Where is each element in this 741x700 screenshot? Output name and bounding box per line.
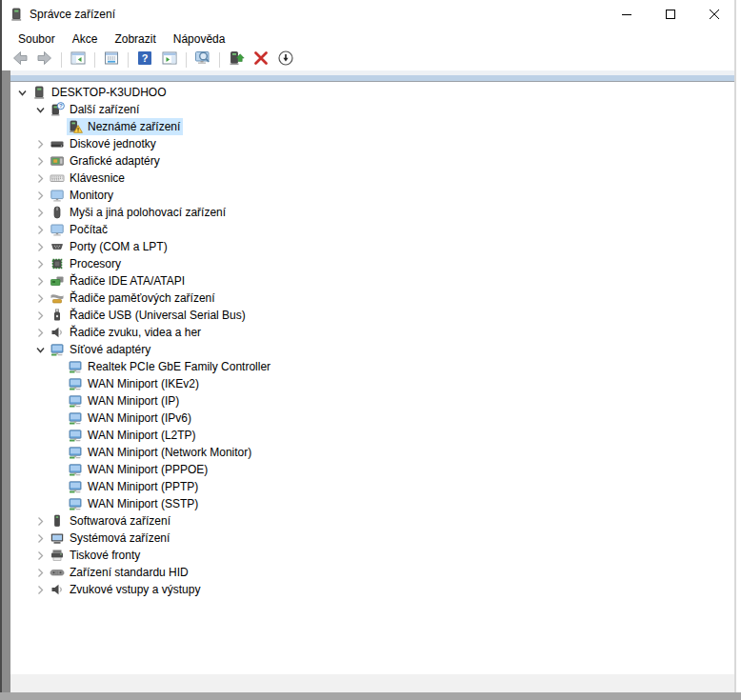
properties-button[interactable] bbox=[100, 50, 123, 70]
tree-row[interactable]: Systémová zařízení bbox=[10, 530, 734, 547]
tree-row-body[interactable]: Realtek PCIe GbE Family Controller bbox=[67, 358, 273, 375]
device-manager-icon bbox=[9, 7, 24, 22]
tree-row[interactable]: Realtek PCIe GbE Family Controller bbox=[10, 358, 734, 375]
disable-device-button[interactable] bbox=[274, 50, 297, 70]
help-button[interactable]: ? bbox=[133, 50, 156, 70]
tree-row[interactable]: Řadiče zvuku, videa a her bbox=[10, 324, 734, 341]
tree-row[interactable]: Porty (COM a LPT) bbox=[10, 238, 734, 255]
chevron-right-icon[interactable] bbox=[32, 221, 49, 238]
tree-row-body[interactable]: Softwarová zařízení bbox=[49, 512, 173, 530]
chevron-right-icon[interactable] bbox=[32, 307, 49, 324]
chevron-right-icon[interactable] bbox=[32, 564, 49, 581]
chevron-right-icon[interactable] bbox=[32, 547, 49, 564]
tree-row[interactable]: WAN Miniport (SSTP) bbox=[10, 495, 734, 512]
tree-row-body[interactable]: WAN Miniport (IPv6) bbox=[67, 410, 194, 427]
tree-row[interactable]: Řadiče USB (Universal Serial Bus) bbox=[10, 307, 734, 324]
chevron-down-icon[interactable] bbox=[14, 84, 30, 101]
menu-soubor[interactable]: Soubor bbox=[10, 30, 64, 48]
tree-row-body[interactable]: Tiskové fronty bbox=[49, 547, 143, 564]
chevron-right-icon[interactable] bbox=[32, 290, 49, 307]
tree-row-body[interactable]: Řadiče IDE ATA/ATAPI bbox=[49, 272, 188, 290]
tree-row[interactable]: Síťové adaptéry bbox=[10, 341, 734, 358]
tree-row[interactable]: DESKTOP-K3UDHOO bbox=[10, 84, 734, 101]
tree-row[interactable]: WAN Miniport (IP) bbox=[10, 392, 734, 410]
chevron-right-icon[interactable] bbox=[32, 170, 49, 187]
show-console-tree-button[interactable] bbox=[67, 50, 90, 70]
tree-row-body[interactable]: Grafické adaptéry bbox=[49, 152, 163, 170]
menu-zobrazit[interactable]: Zobrazit bbox=[106, 30, 164, 48]
chevron-right-icon[interactable] bbox=[32, 581, 49, 598]
tree-row-body[interactable]: Systémová zařízení bbox=[49, 530, 172, 547]
tree-row-body[interactable]: Procesory bbox=[49, 255, 124, 272]
tree-row-body[interactable]: Klávesnice bbox=[49, 170, 128, 187]
show-action-pane-button[interactable] bbox=[158, 50, 181, 70]
tree-row[interactable]: Grafické adaptéry bbox=[10, 152, 734, 170]
tree-row[interactable]: WAN Miniport (Network Monitor) bbox=[10, 444, 734, 461]
tree-row[interactable]: WAN Miniport (PPPOE) bbox=[10, 461, 734, 478]
chevron-right-icon[interactable] bbox=[32, 187, 49, 204]
tree-row-body[interactable]: Zařízení standardu HID bbox=[49, 564, 191, 581]
tree-row[interactable]: Řadiče IDE ATA/ATAPI bbox=[10, 272, 734, 290]
expander-spacer bbox=[50, 461, 67, 478]
tree-label: Řadiče IDE ATA/ATAPI bbox=[70, 272, 185, 290]
tree-row[interactable]: Neznámé zařízení bbox=[10, 118, 734, 135]
chevron-right-icon[interactable] bbox=[32, 512, 49, 530]
tree-label: Klávesnice bbox=[70, 170, 125, 187]
menu-akce[interactable]: Akce bbox=[64, 30, 107, 48]
tree-row[interactable]: Myši a jiná polohovací zařízení bbox=[10, 204, 734, 221]
tree-row[interactable]: Procesory bbox=[10, 255, 734, 272]
tree-row[interactable]: Počítač bbox=[10, 221, 734, 238]
uninstall-device-button[interactable] bbox=[250, 50, 272, 70]
maximize-button[interactable] bbox=[649, 0, 692, 29]
update-driver-button[interactable] bbox=[225, 50, 248, 70]
scan-hardware-changes-button[interactable] bbox=[191, 50, 214, 70]
chevron-right-icon[interactable] bbox=[32, 255, 49, 272]
tree-row-body[interactable]: Řadiče zvuku, videa a her bbox=[49, 324, 204, 341]
chevron-down-icon[interactable] bbox=[32, 341, 49, 358]
tree-row[interactable]: Zvukové vstupy a výstupy bbox=[10, 581, 734, 598]
network-adapter-icon bbox=[68, 359, 83, 374]
chevron-right-icon[interactable] bbox=[32, 324, 49, 341]
chevron-right-icon[interactable] bbox=[32, 135, 49, 152]
tree-row[interactable]: WAN Miniport (PPTP) bbox=[10, 478, 734, 495]
tree-row[interactable]: Monitory bbox=[10, 187, 734, 204]
tree-row-body[interactable]: WAN Miniport (IKEv2) bbox=[67, 375, 202, 392]
tree-row-body[interactable]: Řadiče USB (Universal Serial Bus) bbox=[49, 307, 249, 324]
tree-row-body[interactable]: Myši a jiná polohovací zařízení bbox=[49, 204, 229, 221]
tree-row-body[interactable]: WAN Miniport (SSTP) bbox=[67, 495, 201, 512]
chevron-right-icon[interactable] bbox=[32, 272, 49, 290]
tree-row[interactable]: Řadiče paměťových zařízení bbox=[10, 290, 734, 307]
chevron-right-icon[interactable] bbox=[32, 204, 49, 221]
tree-row-body[interactable]: WAN Miniport (PPTP) bbox=[67, 478, 201, 495]
chevron-right-icon[interactable] bbox=[32, 530, 49, 547]
close-button[interactable] bbox=[692, 0, 736, 29]
tree-row-body[interactable]: Zvukové vstupy a výstupy bbox=[49, 581, 203, 598]
menu-napoveda[interactable]: Nápověda bbox=[165, 30, 234, 48]
chevron-right-icon[interactable] bbox=[32, 238, 49, 255]
tree-row-body[interactable]: Počítač bbox=[49, 221, 110, 238]
tree-row[interactable]: Klávesnice bbox=[10, 170, 734, 187]
tree-row[interactable]: Softwarová zařízení bbox=[10, 512, 734, 530]
minimize-button[interactable] bbox=[605, 0, 649, 29]
tree-row-body[interactable]: WAN Miniport (L2TP) bbox=[67, 427, 199, 444]
tree-row-body[interactable]: ?Další zařízení bbox=[49, 101, 142, 118]
tree-row[interactable]: WAN Miniport (IKEv2) bbox=[10, 375, 734, 392]
tree-row-body[interactable]: WAN Miniport (PPPOE) bbox=[67, 461, 210, 478]
tree-row-body[interactable]: WAN Miniport (IP) bbox=[67, 392, 182, 410]
tree-row-body[interactable]: WAN Miniport (Network Monitor) bbox=[67, 444, 254, 461]
tree-row-body-selected[interactable]: Neznámé zařízení bbox=[67, 118, 183, 135]
tree-row[interactable]: Zařízení standardu HID bbox=[10, 564, 734, 581]
tree-row-body[interactable]: Monitory bbox=[49, 187, 116, 204]
tree-row-body[interactable]: Řadiče paměťových zařízení bbox=[49, 290, 218, 307]
tree-row-body[interactable]: Porty (COM a LPT) bbox=[49, 238, 170, 255]
tree-row-body[interactable]: Síťové adaptéry bbox=[49, 341, 153, 358]
tree-row-body[interactable]: DESKTOP-K3UDHOO bbox=[30, 84, 169, 101]
chevron-right-icon[interactable] bbox=[32, 152, 49, 170]
tree-row[interactable]: Diskové jednotky bbox=[10, 135, 734, 152]
tree-row[interactable]: WAN Miniport (IPv6) bbox=[10, 410, 734, 427]
tree-row[interactable]: ?Další zařízení bbox=[10, 101, 734, 118]
tree-row-body[interactable]: Diskové jednotky bbox=[49, 135, 159, 152]
chevron-down-icon[interactable] bbox=[32, 101, 49, 118]
tree-row[interactable]: WAN Miniport (L2TP) bbox=[10, 427, 734, 444]
tree-row[interactable]: Tiskové fronty bbox=[10, 547, 734, 564]
